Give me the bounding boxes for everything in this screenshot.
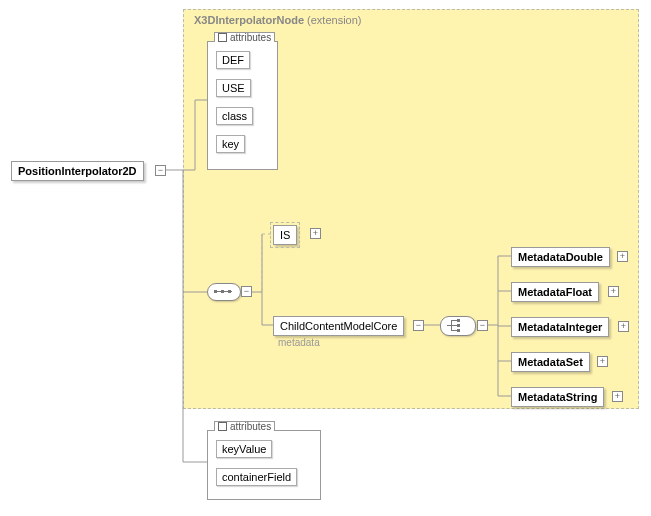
connector-lines	[0, 0, 651, 516]
